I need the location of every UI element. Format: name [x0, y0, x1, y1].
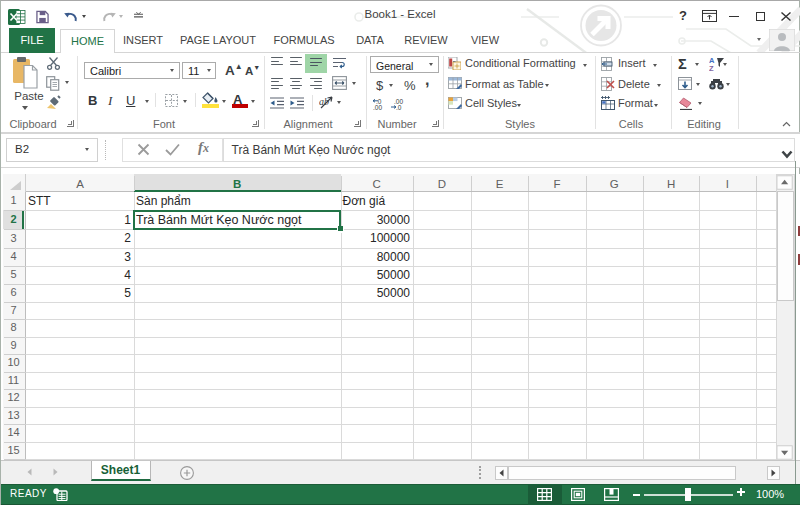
svg-text:.00: .00 — [373, 104, 382, 111]
svg-text:Z: Z — [709, 64, 714, 71]
svg-text:.0: .0 — [396, 104, 402, 111]
